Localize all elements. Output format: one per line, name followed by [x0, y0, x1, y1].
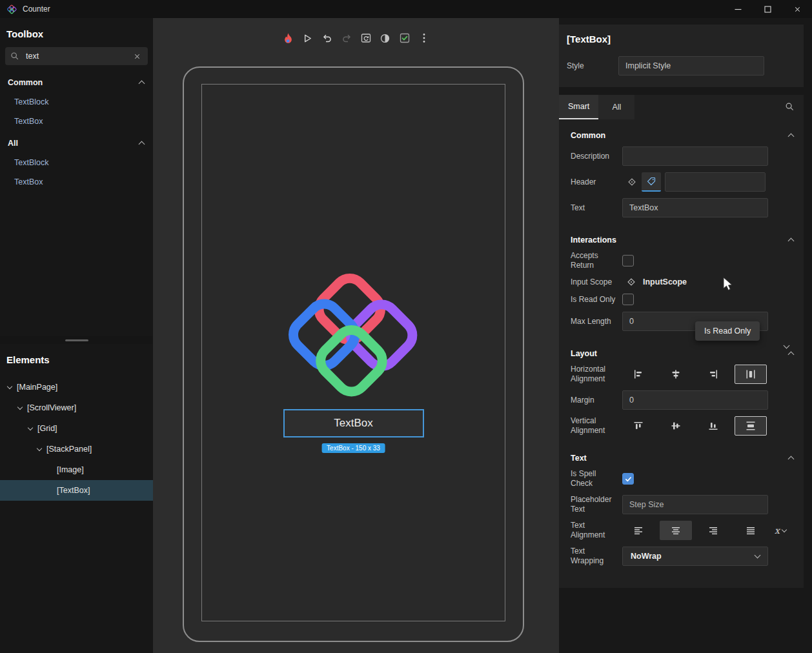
header-input[interactable] [665, 172, 766, 192]
placeholder-text-label: Placeholder Text [571, 495, 618, 514]
toolbox-item-textblock[interactable]: TextBlock [0, 153, 153, 172]
description-input[interactable] [622, 146, 768, 166]
tree-item-mainpage[interactable]: [MainPage] [0, 377, 153, 397]
vertical-alignment-label: Vertical Alignment [571, 416, 618, 436]
is-read-only-checkbox[interactable] [622, 294, 634, 305]
section-interactions-header[interactable]: Interactions [559, 224, 804, 251]
play-button[interactable] [299, 30, 316, 46]
section-title: Layout [571, 349, 597, 358]
window-refresh-button[interactable] [358, 30, 374, 46]
margin-input[interactable] [622, 390, 768, 410]
tree-item-scrollviewer[interactable]: [ScrollViewer] [0, 397, 153, 418]
panel-splitter[interactable] [0, 336, 153, 344]
expand-chevron-icon[interactable] [7, 383, 12, 388]
toolbox-section-all[interactable]: All [0, 131, 153, 153]
hot-design-flame-button[interactable] [280, 30, 297, 46]
vertical-alignment-row: Vertical Alignment [571, 416, 804, 436]
tree-item-label: [TextBox] [57, 486, 90, 495]
flame-icon [282, 32, 294, 45]
inspector-body: Smart All Common Description Header [559, 95, 804, 588]
description-row: Description [571, 146, 804, 166]
properties-search-icon[interactable] [785, 102, 795, 112]
canvas-textbox-control[interactable]: TextBox [283, 409, 424, 437]
tab-all[interactable]: All [598, 95, 634, 119]
variable-binding-button[interactable]: x [775, 525, 786, 536]
text-wrapping-dropdown[interactable]: NoWrap [622, 547, 768, 566]
tree-item-textbox-selected[interactable]: [TextBox] [0, 480, 153, 501]
toolbox-search[interactable] [5, 47, 148, 65]
close-button[interactable] [782, 0, 812, 18]
markup-diamond-icon [626, 277, 636, 287]
maximize-button[interactable] [753, 0, 782, 18]
h-align-right-button[interactable] [697, 365, 729, 384]
tree-item-grid[interactable]: [Grid] [0, 418, 153, 439]
section-label: All [8, 139, 18, 148]
undo-button[interactable] [319, 30, 336, 46]
v-align-top-button[interactable] [622, 416, 655, 436]
vertical-alignment-group [622, 416, 767, 436]
text-input[interactable] [622, 198, 768, 217]
section-common-header[interactable]: Common [559, 119, 804, 146]
elements-title: Elements [0, 344, 153, 370]
left-sidebar: Toolbox Common TextBlock TextBox All Tex… [0, 18, 153, 653]
v-align-bottom-button[interactable] [697, 416, 729, 436]
toolbox-title: Toolbox [0, 18, 153, 45]
text-align-justify-button[interactable] [735, 521, 767, 540]
input-scope-row: Input Scope InputScope [571, 277, 804, 287]
header-tag-button[interactable] [642, 172, 661, 192]
expand-chevron-icon[interactable] [17, 404, 23, 409]
tree-item-stackpanel[interactable]: [StackPanel] [0, 439, 153, 459]
accepts-return-checkbox[interactable] [622, 255, 634, 266]
text-align-right-button[interactable] [697, 521, 729, 540]
max-length-label: Max Length [571, 317, 618, 326]
toolbox-search-input[interactable] [26, 52, 132, 61]
v-align-center-button[interactable] [660, 416, 692, 436]
theme-toggle-icon [379, 32, 391, 45]
redo-button[interactable] [338, 30, 355, 46]
design-canvas[interactable]: TextBox TextBox - 150 x 33 [153, 18, 559, 653]
expand-chevron-icon[interactable] [37, 445, 42, 450]
text-align-center-button[interactable] [660, 521, 692, 540]
app-logo-image[interactable] [278, 263, 430, 409]
text-align-left-button[interactable] [622, 521, 655, 540]
section-layout-header[interactable]: Layout [559, 337, 804, 365]
is-spell-check-checkbox[interactable] [622, 473, 634, 485]
toolbox-item-textbox[interactable]: TextBox [0, 112, 153, 131]
tab-smart[interactable]: Smart [559, 95, 598, 119]
input-scope-value[interactable]: InputScope [643, 277, 687, 286]
toolbox-item-textblock[interactable]: TextBlock [0, 92, 153, 112]
expand-chevron-icon[interactable] [28, 425, 33, 430]
clear-search-button[interactable] [132, 51, 143, 62]
text-wrapping-row: Text Wrapping NoWrap [571, 547, 804, 566]
chevron-down-icon [782, 527, 787, 532]
redo-icon [340, 32, 353, 45]
text-align-left-icon [633, 525, 644, 536]
v-align-stretch-button[interactable] [735, 416, 767, 436]
device-screen[interactable]: TextBox TextBox - 150 x 33 [201, 84, 505, 621]
maximize-icon [764, 6, 771, 13]
collapse-chevron-icon [139, 81, 145, 87]
tree-item-label: [ScrollViewer] [27, 403, 76, 412]
placeholder-text-input[interactable] [622, 495, 768, 514]
style-label: Style [567, 61, 614, 71]
h-align-left-button[interactable] [622, 365, 655, 384]
minimize-button[interactable] [723, 0, 753, 18]
toolbox-section-common[interactable]: Common [0, 70, 153, 92]
validation-button[interactable] [396, 30, 413, 46]
margin-label: Margin [571, 396, 618, 405]
v-align-center-icon [671, 421, 681, 431]
header-markup-button[interactable] [622, 172, 642, 192]
toolbox-item-textbox[interactable]: TextBox [0, 172, 153, 192]
theme-toggle-button[interactable] [377, 30, 394, 46]
more-options-button[interactable] [416, 30, 432, 46]
collapse-chevron-icon [788, 134, 795, 140]
section-text-header[interactable]: Text [559, 442, 804, 469]
v-align-stretch-icon [746, 421, 756, 431]
h-align-center-button[interactable] [660, 365, 692, 384]
style-input[interactable] [618, 56, 764, 75]
placeholder-text-row: Placeholder Text [571, 495, 804, 514]
h-align-stretch-button[interactable] [735, 365, 767, 384]
text-wrapping-value: NoWrap [631, 552, 662, 561]
header-row: Header [571, 172, 804, 192]
tree-item-image[interactable]: [Image] [0, 459, 153, 480]
